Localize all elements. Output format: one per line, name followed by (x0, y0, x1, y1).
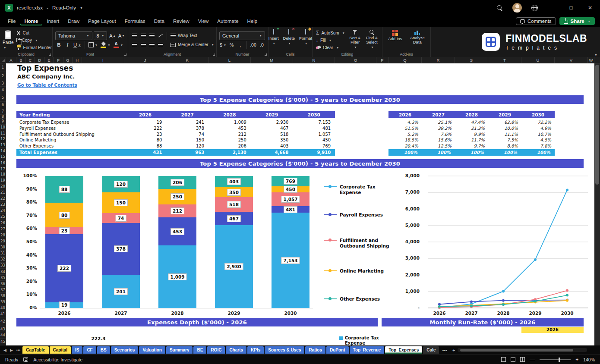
column-header-a[interactable]: A (6, 57, 16, 63)
analyze-data-button[interactable]: Analyze Data (407, 29, 428, 51)
bold-button[interactable]: B (55, 41, 63, 49)
sheet-tab-cf[interactable]: CF (83, 346, 96, 354)
dialog-launcher-icon[interactable] (213, 53, 215, 56)
column-header-h[interactable]: H (73, 57, 82, 63)
percent-year-header-cell[interactable]: 2027 (422, 111, 455, 118)
share-button[interactable]: Share ▼ (559, 17, 595, 25)
sheet-tab-top-revenue[interactable]: Top_Revenue (350, 346, 385, 354)
percent-year-header-cell[interactable]: 2029 (488, 111, 521, 118)
format-painter-button[interactable]: Format Painter (16, 44, 53, 51)
column-header-f[interactable]: F (54, 57, 63, 63)
ribbon-tab-home[interactable]: Home (20, 17, 43, 25)
percent-year-header-cell[interactable]: 2030 (521, 111, 555, 118)
minimize-button[interactable]: — (547, 5, 557, 11)
total-value-cell[interactable]: 9,910 (293, 149, 335, 156)
more-sheets-left-icon[interactable]: ••• (15, 348, 22, 352)
year-header-cell[interactable]: 2029 (251, 111, 293, 118)
row-header-1[interactable]: 1 (0, 63, 6, 72)
font-color-button[interactable]: A▼ (113, 41, 124, 49)
expense-value-cell[interactable]: 769 (293, 143, 335, 149)
zoom-slider-thumb[interactable] (559, 358, 560, 362)
column-header-b[interactable]: B (16, 57, 26, 63)
year-ending-header-cell[interactable]: Year Ending (16, 111, 124, 118)
column-header-j[interactable]: J (124, 57, 167, 63)
avatar[interactable] (512, 3, 522, 13)
column-header-r[interactable]: R (422, 57, 455, 63)
year-header-cell[interactable]: 2028 (208, 111, 251, 118)
expense-value-cell[interactable]: 120 (166, 143, 208, 149)
percent-format-button[interactable]: % (228, 41, 235, 49)
next-sheet-button[interactable]: ▶ (9, 348, 14, 352)
row-header-28[interactable]: 28 (0, 232, 6, 238)
close-button[interactable]: ✕ (585, 5, 595, 11)
row-header-27[interactable]: 27 (0, 226, 6, 232)
row-header-30[interactable]: 30 (0, 244, 6, 250)
decrease-indent-button[interactable] (157, 41, 164, 49)
sheet-tab-captable[interactable]: CapTable (22, 346, 48, 354)
sheet-tab-top-expenses[interactable]: Top_Expenses (385, 346, 422, 354)
column-header-q[interactable]: Q (388, 57, 422, 63)
row-header-34[interactable]: 34 (0, 269, 6, 275)
expense-label-cell[interactable]: Fulfillment and Outbound Shipping (16, 131, 124, 137)
total-value-cell[interactable]: 963 (166, 149, 208, 156)
row-header-3[interactable]: 3 (0, 80, 6, 87)
row-header-9[interactable]: 9 (0, 119, 6, 125)
legend-item-online-marketing[interactable]: Online Marketing (324, 268, 384, 274)
column-header-u[interactable]: U (521, 57, 555, 63)
normal-view-icon[interactable] (501, 357, 506, 362)
zoom-in-button[interactable]: + (575, 357, 578, 363)
row-header-42[interactable]: 42 (0, 317, 6, 326)
expense-value-cell[interactable]: 19 (124, 119, 167, 126)
row-header-7[interactable]: 7 (0, 108, 6, 115)
dialog-launcher-icon[interactable] (265, 53, 267, 56)
expense-value-cell[interactable]: 88 (124, 143, 167, 149)
sheet-tab-capital[interactable]: Capital (50, 346, 71, 354)
sheet-tab-bs[interactable]: BS (97, 346, 110, 354)
row-header-15[interactable]: 15 (0, 154, 6, 159)
fill-button[interactable]: ↓Fill▼ (315, 37, 346, 44)
dialog-launcher-icon[interactable] (124, 53, 126, 56)
top-expense-banner[interactable]: Top 5 Expense Categories ($'000) - 5 yea… (16, 95, 584, 104)
row-header-14[interactable]: 14 (0, 148, 6, 154)
legend-item-corporate-tax-expense[interactable]: Corporate Tax Expense (324, 184, 392, 195)
increase-font-size-button[interactable]: A▲ (108, 31, 116, 40)
spreadsheet-grid[interactable]: 1234567891011121314151617181920212223242… (0, 63, 600, 345)
find-select-button[interactable]: Find & Select▼ (364, 29, 379, 51)
column-header-d[interactable]: D (35, 57, 44, 63)
column-header-m[interactable]: M (251, 57, 293, 63)
column-header-k[interactable]: K (166, 57, 208, 63)
chart-section-banner[interactable]: Top 5 Expense Categories ($'000) - 5 yea… (16, 159, 584, 168)
percent-value-cell[interactable]: 11.1% (488, 131, 521, 137)
row-header-29[interactable]: 29 (0, 238, 6, 244)
sheet-tab-ratios[interactable]: Ratios (305, 346, 325, 354)
percent-value-cell[interactable]: 51.5% (388, 126, 422, 132)
accessibility-status[interactable]: Accessibility: Investigate (33, 357, 82, 362)
ribbon-tab-file[interactable]: File (3, 17, 20, 25)
percent-value-cell[interactable]: 12.5% (422, 143, 455, 149)
align-left-button[interactable] (131, 41, 138, 49)
column-header-t[interactable]: T (488, 57, 521, 63)
page-break-view-icon[interactable] (520, 357, 525, 362)
zoom-level[interactable]: 140% (583, 357, 595, 362)
percent-value-cell[interactable]: 8.6% (488, 143, 521, 149)
percent-value-cell[interactable]: 62.8% (488, 119, 521, 126)
expense-label-cell[interactable]: Other Expenses (16, 143, 124, 149)
expense-value-cell[interactable]: 1,057 (293, 131, 335, 137)
ribbon-tab-formulas[interactable]: Formulas (120, 17, 150, 25)
ribbon-tab-draw[interactable]: Draw (63, 17, 84, 25)
autosum-button[interactable]: ΣAutoSum▼ (315, 30, 346, 36)
expense-label-cell[interactable]: Payroll Expenses (16, 126, 124, 132)
merge-center-button[interactable]: Merge & Center▼ (169, 41, 215, 48)
expense-value-cell[interactable]: 350 (251, 137, 293, 143)
row-header-36[interactable]: 36 (0, 281, 6, 287)
sheet-title-cell[interactable]: Top Expenses (17, 64, 73, 72)
decrease-decimal-button[interactable]: .0 (258, 41, 265, 49)
row-header-31[interactable]: 31 (0, 251, 6, 257)
percent-total-cell[interactable]: 100% (455, 149, 488, 156)
legend-item-fulfillment-and-outbound-shipping[interactable]: Fulfillment and Outbound Shipping (324, 238, 392, 248)
percent-total-cell[interactable]: 100% (388, 149, 422, 156)
align-bottom-button[interactable] (148, 31, 155, 40)
paste-button[interactable]: Paste ▼ (3, 29, 14, 51)
percent-value-cell[interactable]: 7.8% (521, 143, 555, 149)
row-header-32[interactable]: 32 (0, 257, 6, 263)
